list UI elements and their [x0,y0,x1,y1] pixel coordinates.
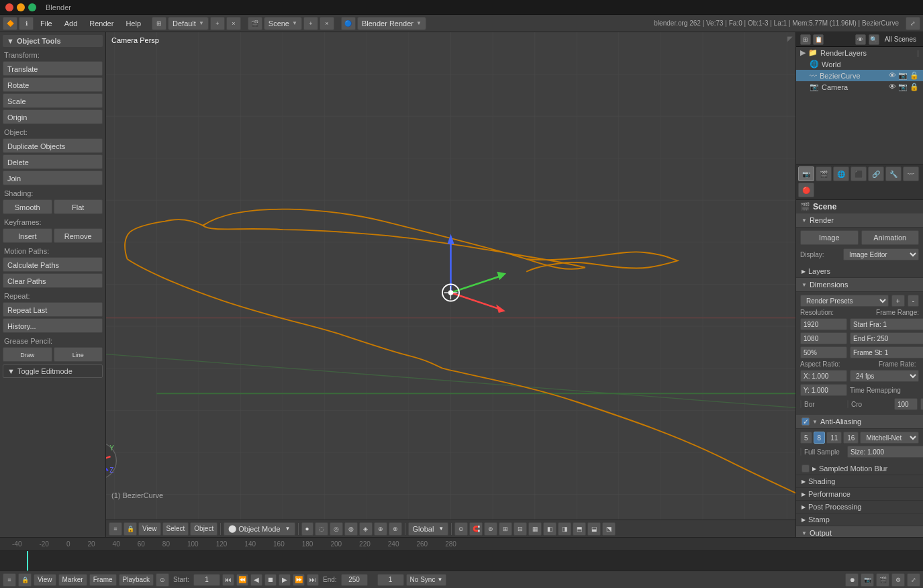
res-y-field[interactable] [800,332,847,344]
filter-type-dropdown[interactable]: Mitchell-Net [860,432,919,444]
clear-paths-button[interactable]: Clear Paths [3,273,103,288]
viewport-lock-icon[interactable]: 🔒 [124,522,137,536]
minimize-button[interactable] [17,3,25,11]
end-frame-field[interactable] [341,574,368,586]
bor-checkbox[interactable] [800,400,801,408]
nosync-dropdown[interactable]: No Sync ▼ [406,574,447,586]
camera-render-icon[interactable]: 📷 [898,83,908,91]
render-icon-1[interactable]: ⏺ [845,573,859,587]
options-icon-1[interactable]: ⊞ [499,522,512,536]
display-dropdown[interactable]: Image Editor [843,248,919,260]
output-section-header[interactable]: ▼ Output [796,526,923,537]
duplicate-objects-button[interactable]: Duplicate Objects [3,138,103,153]
frame-menu-btn[interactable]: Frame [89,574,117,586]
timeline-menu-icon[interactable]: ≡ [3,573,16,587]
presets-remove-btn[interactable]: - [908,295,919,307]
options-icon-2[interactable]: ⊟ [514,522,527,536]
camera-eye-icon[interactable]: 👁 [889,83,896,91]
aa-8-btn[interactable]: 8 [814,432,826,444]
timeline-prev-icon[interactable]: ⊙ [156,573,169,587]
render-icon-2[interactable]: 📷 [861,573,874,587]
fps-dropdown[interactable]: 24 fps [850,370,919,382]
viewport[interactable]: Camera Persp [106,32,795,520]
play-btn[interactable]: ▶ [279,574,291,586]
layers-section-header[interactable]: ▶ Layers [796,265,923,278]
scene-close-btn[interactable]: × [320,17,334,30]
options-icon-4[interactable]: ◧ [543,522,556,536]
outliner-item-world[interactable]: 🌐 World [796,58,923,70]
maximize-bottom-icon[interactable]: ⤢ [907,573,920,587]
scene-icon-btn[interactable]: 🎬 [248,17,262,30]
delete-button[interactable]: Delete [3,154,103,169]
res-percent-field[interactable] [800,346,847,358]
maximize-viewport-icon[interactable]: ⤢ [906,17,920,30]
aa-section-header[interactable]: ✓ ▼ Anti-Aliasing [796,415,923,429]
outliner-search-btn[interactable]: 🔍 [869,34,879,45]
select-menu-btn[interactable]: Select [162,522,189,536]
object-props-btn[interactable]: ⬛ [851,166,867,181]
post-processing-section-header[interactable]: ▶ Post Processing [796,501,923,513]
menu-render[interactable]: Render [84,18,119,29]
aa-5-btn[interactable]: 5 [800,432,812,444]
cro-val-field[interactable] [920,398,923,410]
toggle-editmode-button[interactable]: ▼ Toggle Editmode [3,364,103,378]
render-presets-dropdown[interactable]: Render Presets [800,295,889,307]
solid-shade-btn[interactable]: ● [301,522,313,536]
render-icon-4[interactable]: ⚙ [891,573,905,587]
constraints-btn[interactable]: 🔗 [868,166,884,181]
proportional-icon[interactable]: ⊚ [484,522,497,536]
camera-lock-icon[interactable]: 🔒 [910,83,919,91]
aa-11-btn[interactable]: 11 [826,432,842,444]
stop-btn[interactable]: ⏹ [264,574,277,586]
aspect-y-field[interactable] [800,384,847,396]
render-props-btn[interactable]: 📷 [798,166,814,181]
scale-button[interactable]: Scale [3,93,103,108]
global-dropdown[interactable]: Global ▼ [408,522,449,536]
current-frame-field[interactable] [377,574,404,586]
grease-draw-button[interactable]: Draw [3,347,52,362]
rotate-button[interactable]: Rotate [3,77,103,92]
shade-icon-4[interactable]: ◈ [359,522,373,536]
history-button[interactable]: History... [3,318,103,333]
beziercurve-lock-icon[interactable]: 🔒 [910,71,919,80]
render-section-header[interactable]: ▼ Render [796,213,923,228]
options-icon-5[interactable]: ◨ [558,522,571,536]
dimensions-section-header[interactable]: ▼ Dimensions [796,278,923,292]
size-field[interactable] [847,446,923,458]
view-menu-bottom-btn[interactable]: View [34,574,56,586]
shade-icon-2[interactable]: ◎ [330,522,343,536]
object-tools-header[interactable]: ▼ Object Tools [3,35,103,47]
world-props-btn[interactable]: 🌐 [833,166,849,181]
options-icon-7[interactable]: ⬓ [587,522,601,536]
beziercurve-render-icon[interactable]: 📷 [898,71,908,80]
outliner-item-camera[interactable]: 📷 Camera 👁 📷 🔒 [796,81,923,93]
render-engine-icon[interactable]: 🔵 [341,17,356,30]
workspace-icon[interactable]: ⊞ [152,17,166,30]
shade-icon-6[interactable]: ⊗ [389,522,402,536]
scene-props-btn[interactable]: 🎬 [816,166,832,181]
shade-icon-3[interactable]: ◍ [344,522,358,536]
aa-enable-checkbox[interactable]: ✓ [801,418,810,426]
step-forward-btn[interactable]: ⏩ [293,574,305,586]
outliner-view-btn[interactable]: 👁 [855,34,866,45]
material-btn[interactable]: 🔴 [798,183,814,197]
end-fr-field[interactable] [850,332,923,344]
shading-section-header[interactable]: ▶ Shading [796,475,923,488]
menu-file[interactable]: File [35,18,58,29]
blender-logo-btn[interactable]: 🔶 [3,17,17,30]
workspace-close-btn[interactable]: × [226,17,241,30]
outliner-item-beziercurve[interactable]: 〰 BezierCurve 👁 📷 🔒 [796,70,923,81]
timeline-lock-icon[interactable]: 🔒 [18,573,32,587]
start-frame-field[interactable] [193,574,220,586]
step-back-btn[interactable]: ⏪ [236,574,248,586]
viewport-corner-resize[interactable]: ◤ [787,35,793,42]
repeat-last-button[interactable]: Repeat Last [3,302,103,317]
render-engine-dropdown[interactable]: Blender Render ▼ [357,17,426,30]
timeline-cursor[interactable] [27,551,28,571]
options-icon-6[interactable]: ⬒ [573,522,586,536]
calculate-paths-button[interactable]: Calculate Paths [3,257,103,272]
grease-line-button[interactable]: Line [54,347,103,362]
res-x-field[interactable] [800,318,847,330]
options-icon-3[interactable]: ▦ [528,522,542,536]
workspace-add-btn[interactable]: + [210,17,225,30]
